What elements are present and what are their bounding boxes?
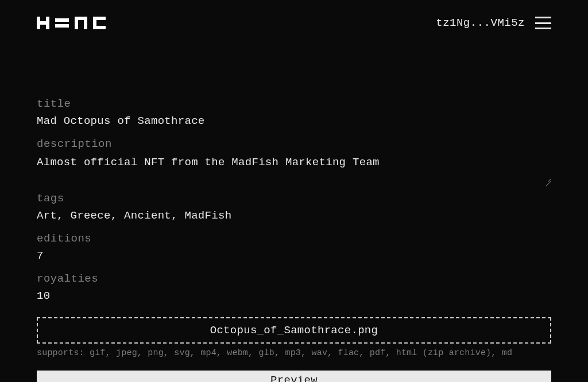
description-label: description	[37, 138, 551, 150]
hamburger-menu-icon[interactable]	[535, 17, 551, 29]
header: tz1Ng...VMi5z	[0, 0, 588, 46]
editions-input[interactable]	[37, 248, 551, 264]
svg-rect-3	[55, 18, 69, 22]
site-logo[interactable]	[37, 16, 106, 30]
tags-input[interactable]	[37, 208, 551, 224]
title-label: title	[37, 98, 551, 110]
uploaded-filename: Octopus_of_Samothrace.png	[210, 324, 378, 337]
royalties-field: royalties	[37, 272, 551, 305]
title-input[interactable]	[37, 114, 551, 130]
mint-form: title description tags editions royaltie…	[37, 98, 551, 382]
file-upload-dropzone[interactable]: Octopus_of_Samothrace.png	[37, 317, 551, 344]
royalties-label: royalties	[37, 272, 551, 285]
editions-field: editions	[37, 232, 551, 264]
wallet-address[interactable]: tz1Ng...VMi5z	[436, 17, 525, 29]
tags-label: tags	[37, 192, 551, 205]
logo-glyph	[37, 17, 106, 29]
svg-rect-10	[93, 26, 106, 29]
title-field: title	[37, 98, 551, 130]
svg-rect-7	[84, 17, 87, 29]
royalties-input[interactable]	[37, 289, 551, 305]
description-field: description	[37, 138, 551, 184]
svg-rect-4	[55, 24, 69, 28]
textarea-resize-grip-icon[interactable]	[543, 175, 551, 183]
svg-rect-2	[37, 21, 49, 25]
description-input[interactable]	[37, 154, 551, 181]
editions-label: editions	[37, 232, 551, 245]
supported-formats-text: supports: gif, jpeg, png, svg, mp4, webm…	[37, 348, 551, 358]
preview-button[interactable]: Preview	[37, 371, 551, 382]
tags-field: tags	[37, 192, 551, 224]
